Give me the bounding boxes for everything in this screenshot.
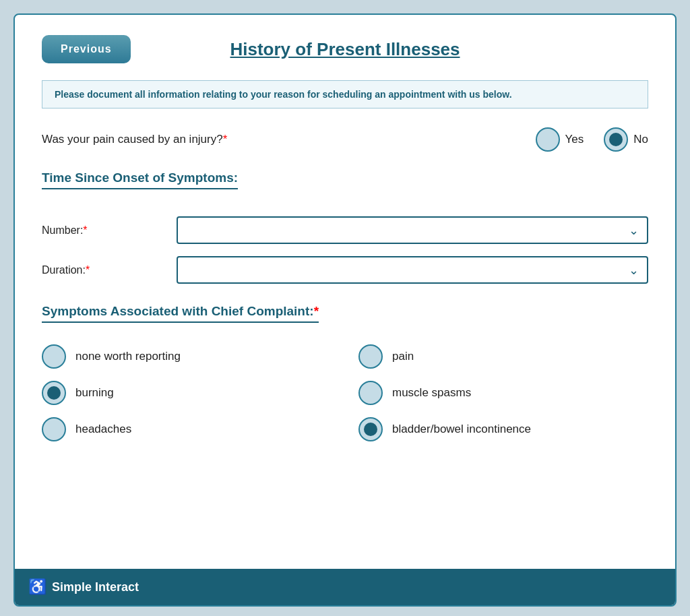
symptom-pain-label: pain [392,350,414,363]
symptom-muscle-spasms-radio[interactable] [358,381,383,405]
injury-no-label: No [633,133,648,146]
injury-radio-group: Yes No [536,127,648,152]
main-card: Previous History of Present Illnesses Pl… [13,13,677,607]
page-title: History of Present Illnesses [230,39,460,60]
symptom-headaches-option[interactable]: headaches [42,417,332,441]
footer-brand: Simple Interact [52,580,139,594]
injury-no-option[interactable]: No [604,127,648,152]
duration-field-label: Duration:* [42,264,177,276]
injury-no-radio[interactable] [604,127,628,152]
duration-field-row: Duration:* Days Weeks Months Years ⌄ [42,256,648,284]
info-text: Please document all information relating… [55,89,512,100]
duration-dropdown[interactable]: Days Weeks Months Years [177,256,648,284]
number-field-label: Number:* [42,224,177,237]
symptoms-section: Symptoms Associated with Chief Complaint… [42,304,648,441]
symptom-muscle-spasms-option[interactable]: muscle spasms [358,381,648,405]
symptoms-grid: none worth reporting pain burning muscle… [42,344,648,441]
info-box: Please document all information relating… [42,80,648,109]
injury-yes-label: Yes [565,133,584,146]
header: Previous History of Present Illnesses [42,35,648,63]
footer: ♿ Simple Interact [15,569,675,605]
symptoms-section-title: Symptoms Associated with Chief Complaint… [42,304,319,323]
duration-dropdown-wrapper: Days Weeks Months Years ⌄ [177,256,648,284]
symptom-muscle-spasms-label: muscle spasms [392,386,471,400]
symptom-pain-option[interactable]: pain [358,344,648,369]
onset-section-title: Time Since Onset of Symptoms: [42,171,238,189]
injury-question-label: Was your pain caused by an injury?* [42,133,536,146]
previous-button[interactable]: Previous [42,35,131,63]
symptom-none-option[interactable]: none worth reporting [42,344,332,369]
symptom-burning-label: burning [75,386,114,400]
symptom-none-label: none worth reporting [75,350,181,363]
symptom-pain-radio[interactable] [358,344,383,369]
injury-question-row: Was your pain caused by an injury?* Yes … [42,127,648,152]
injury-yes-radio[interactable] [536,127,560,152]
number-field-row: Number:* 1 2 3 ⌄ [42,216,648,244]
symptom-headaches-radio[interactable] [42,417,66,441]
number-dropdown[interactable]: 1 2 3 [177,216,648,244]
symptom-headaches-label: headaches [75,423,131,436]
footer-icon: ♿ [28,578,46,596]
symptom-bladder-bowel-label: bladder/bowel incontinence [392,423,531,436]
onset-section: Time Since Onset of Symptoms: Number:* 1… [42,171,648,284]
symptom-none-radio[interactable] [42,344,66,369]
injury-yes-option[interactable]: Yes [536,127,584,152]
symptom-bladder-bowel-option[interactable]: bladder/bowel incontinence [358,417,648,441]
number-dropdown-wrapper: 1 2 3 ⌄ [177,216,648,244]
symptom-burning-option[interactable]: burning [42,381,332,405]
symptom-bladder-bowel-radio[interactable] [358,417,383,441]
symptom-burning-radio[interactable] [42,381,66,405]
